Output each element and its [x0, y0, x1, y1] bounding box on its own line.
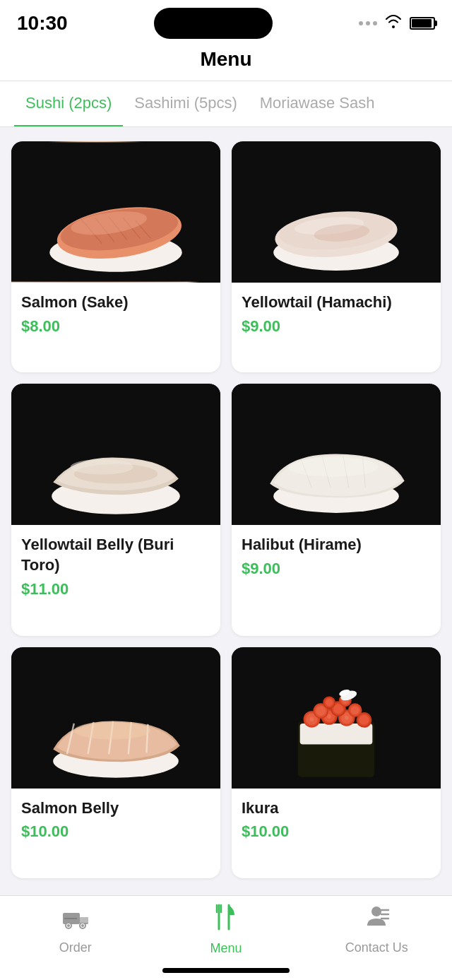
dynamic-island [154, 8, 273, 39]
tab-sashimi[interactable]: Sashimi (5pcs) [123, 81, 248, 126]
menu-label: Menu [210, 941, 242, 956]
status-time: 10:30 [17, 12, 68, 35]
category-tabs: Sushi (2pcs) Sashimi (5pcs) Moriawase Sa… [0, 81, 452, 127]
menu-item-yellowtail[interactable]: Yellowtail (Hamachi) $9.00 [232, 141, 441, 372]
tab-sushi[interactable]: Sushi (2pcs) [14, 81, 123, 126]
yellowtail-price: $9.00 [242, 317, 431, 336]
salmon-belly-name: Salmon Belly [21, 798, 210, 819]
ikura-name: Ikura [242, 798, 431, 819]
halibut-body: Halibut (Hirame) $9.00 [232, 525, 441, 591]
svg-point-19 [71, 459, 133, 475]
svg-point-49 [345, 716, 349, 720]
svg-rect-76 [80, 917, 88, 923]
belly-name: Yellowtail Belly (Buri Toro) [21, 535, 210, 575]
halibut-name: Halibut (Hirame) [242, 535, 431, 555]
salmon-image [11, 141, 220, 283]
svg-point-75 [81, 924, 84, 927]
home-indicator [162, 968, 290, 973]
menu-item-halibut[interactable]: Halibut (Hirame) $9.00 [232, 384, 441, 635]
svg-point-64 [326, 699, 333, 706]
bottom-nav: Order Menu [0, 895, 452, 980]
yellowtail-body: Yellowtail (Hamachi) $9.00 [232, 283, 441, 348]
belly-image [11, 384, 220, 525]
svg-point-26 [287, 457, 378, 477]
nav-contact[interactable]: Contact Us [341, 904, 412, 955]
menu-icon [213, 904, 239, 937]
nav-menu[interactable]: Menu [191, 904, 261, 956]
status-bar: 10:30 [0, 0, 452, 38]
ikura-image [232, 647, 441, 789]
signal-icon [359, 21, 377, 25]
svg-point-34 [74, 721, 151, 739]
order-icon [61, 904, 90, 936]
battery-icon [410, 17, 435, 30]
menu-item-ikura[interactable]: Ikura $10.00 [232, 647, 441, 878]
yellowtail-image [232, 141, 441, 283]
contact-icon [363, 904, 390, 936]
salmon-body: Salmon (Sake) $8.00 [11, 283, 220, 348]
salmon-belly-body: Salmon Belly $10.00 [11, 789, 220, 854]
salmon-belly-price: $10.00 [21, 822, 210, 841]
menu-item-salmon[interactable]: Salmon (Sake) $8.00 [11, 141, 220, 372]
salmon-belly-image [11, 647, 220, 789]
ikura-price: $10.00 [242, 822, 431, 841]
salmon-price: $8.00 [21, 317, 210, 336]
halibut-image [232, 384, 441, 525]
halibut-price: $9.00 [242, 560, 431, 578]
menu-item-belly[interactable]: Yellowtail Belly (Buri Toro) $11.00 [11, 384, 220, 635]
svg-point-55 [316, 706, 326, 716]
svg-point-45 [327, 714, 331, 719]
wifi-icon [384, 14, 403, 33]
salmon-name: Salmon (Sake) [21, 293, 210, 313]
nav-order[interactable]: Order [40, 904, 111, 955]
status-icons [359, 14, 435, 33]
svg-point-41 [310, 717, 314, 721]
order-label: Order [59, 940, 92, 955]
page-header: Menu [0, 38, 452, 81]
ikura-body: Ikura $10.00 [232, 789, 441, 854]
svg-point-73 [67, 924, 70, 927]
svg-point-52 [359, 715, 369, 725]
yellowtail-name: Yellowtail (Hamachi) [242, 293, 431, 313]
tab-moriawase[interactable]: Moriawase Sash [249, 81, 386, 126]
menu-item-salmon-belly[interactable]: Salmon Belly $10.00 [11, 647, 220, 878]
menu-grid: Salmon (Sake) $8.00 Yellowtail (Hamachi)… [0, 127, 452, 892]
contact-label: Contact Us [345, 940, 408, 955]
svg-point-82 [371, 907, 381, 916]
belly-price: $11.00 [21, 580, 210, 598]
belly-body: Yellowtail Belly (Buri Toro) $11.00 [11, 525, 220, 610]
svg-point-61 [351, 706, 359, 714]
page-title: Menu [0, 48, 452, 71]
